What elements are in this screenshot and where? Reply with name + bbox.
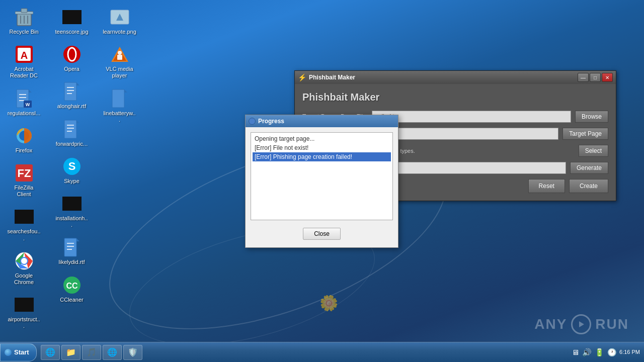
taskbar-explorer[interactable]: 📁 <box>61 345 80 360</box>
svg-marker-52 <box>124 89 127 93</box>
alonghair-label: alonghair.rtf <box>57 103 86 110</box>
desktop-icon-forwardpric[interactable]: forwardpric... <box>53 117 91 149</box>
desktop-icon-firefox[interactable]: Firefox <box>5 124 43 156</box>
explorer-icon: 📁 <box>66 347 76 357</box>
phishbait-app-title: Phishbait Maker <box>302 92 608 103</box>
progress-item-0[interactable]: Opening target page... <box>253 134 391 143</box>
desktop-icon-alonghair[interactable]: alonghair.rtf <box>53 79 91 112</box>
desktop-icon-vlc[interactable]: VLC media player <box>101 42 138 81</box>
svg-text:FZ: FZ <box>17 167 31 179</box>
desktop-icon-regulations[interactable]: W regulationsl... <box>5 86 43 119</box>
firefox-icon <box>14 126 34 146</box>
desktop-icon-chrome[interactable]: Google Chrome <box>5 249 43 288</box>
desktop-icon-airportstruct[interactable]: airportstruct... <box>5 293 43 331</box>
start-button[interactable]: Start <box>0 343 37 361</box>
desktop-icon-learnvote[interactable]: learnvote.png <box>101 5 138 37</box>
target-page-button[interactable]: Target Page <box>562 128 608 140</box>
learnvote-label: learnvote.png <box>103 29 136 35</box>
svg-rect-2 <box>21 9 27 13</box>
recycle-bin-label: Recycle Bin <box>9 29 38 35</box>
linebattery-icon <box>110 88 130 109</box>
phishbait-titlebar[interactable]: ⚡ Phishbait Maker — □ ✕ <box>295 71 616 84</box>
skype-icon: S <box>62 156 82 176</box>
network-icon[interactable]: 🖥 <box>572 348 579 356</box>
progress-titlebar[interactable]: Progress <box>246 115 398 127</box>
taskbar-chrome[interactable]: 🌐 <box>103 345 122 360</box>
create-button[interactable]: Create <box>569 179 608 193</box>
desktop-icons-area: Recycle Bin A Acrobat Reader DC <box>0 0 151 342</box>
firefox-label: Firefox <box>16 147 33 154</box>
searchesfou-label: searchesfou... <box>7 228 41 241</box>
desktop-icon-acrobat[interactable]: A Acrobat Reader DC <box>5 42 43 81</box>
desktop-icon-recycle-bin[interactable]: Recycle Bin <box>5 5 43 37</box>
browse-button[interactable]: Browse <box>575 111 608 123</box>
reset-button[interactable]: Reset <box>528 179 565 193</box>
ccleaner-label: CCleaner <box>60 297 83 303</box>
taskbar-system-icons: 🖥 🔊 🔋 🕐 <box>572 348 617 357</box>
maximize-button[interactable]: □ <box>590 73 601 82</box>
watermark-play-icon <box>571 314 591 334</box>
regulations-label: regulationsl... <box>8 110 40 117</box>
clock-icon[interactable]: 🕐 <box>607 348 617 357</box>
installationh-icon <box>62 194 82 214</box>
searchesfou-icon <box>14 207 34 227</box>
recycle-bin-icon <box>14 7 34 27</box>
svg-marker-53 <box>579 321 584 327</box>
likelydid-icon <box>62 237 82 257</box>
svg-text:CC: CC <box>66 282 78 290</box>
start-label: Start <box>14 348 29 356</box>
acrobat-icon: A <box>14 44 34 64</box>
chrome-label: Google Chrome <box>7 273 41 286</box>
progress-title-text: Progress <box>258 118 395 125</box>
desktop-icon-ccleaner[interactable]: CC CCleaner <box>53 273 91 305</box>
forwardpric-icon <box>62 119 82 139</box>
svg-marker-39 <box>76 238 79 241</box>
taskbar-right: 🖥 🔊 🔋 🕐 6:16 PM <box>568 348 644 357</box>
linebattery-label: linebatteryw... <box>103 110 136 123</box>
progress-footer: Close <box>251 225 393 242</box>
ccleaner-icon: CC <box>62 275 82 295</box>
minimize-button[interactable]: — <box>578 73 589 82</box>
battery-icon[interactable]: 🔋 <box>595 348 604 357</box>
desktop-icon-opera[interactable]: Opera <box>53 42 91 74</box>
learnvote-icon <box>110 7 130 27</box>
ie-icon: 🌐 <box>45 347 55 357</box>
taskbar-media[interactable]: 🎵 <box>82 345 101 360</box>
filezilla-label: FileZilla Client <box>7 185 41 198</box>
desktop-icon-filezilla[interactable]: FZ FileZilla Client <box>5 161 43 200</box>
phishbait-title-icon: ⚡ <box>298 73 306 81</box>
svg-rect-31 <box>64 120 76 138</box>
page-file-input[interactable] <box>372 111 571 123</box>
svg-point-50 <box>118 51 122 55</box>
media-icon: 🎵 <box>87 347 97 357</box>
select-button[interactable]: Select <box>579 145 608 157</box>
airportstruct-icon <box>14 295 34 315</box>
likelydid-label: likelydid.rtf <box>59 259 85 265</box>
svg-rect-49 <box>117 55 122 60</box>
chrome-icon <box>14 251 34 271</box>
progress-item-2[interactable]: [Error] Phishing page creation failed! <box>253 152 391 161</box>
progress-close-button[interactable]: Close <box>303 228 341 240</box>
progress-list: Opening target page... [Error] File not … <box>251 132 393 220</box>
desktop-icon-installationh[interactable]: installationh... <box>53 192 91 230</box>
desktop-icon-searchesfou[interactable]: searchesfou... <box>5 205 43 243</box>
taskbar-ie[interactable]: 🌐 <box>41 345 60 360</box>
svg-point-23 <box>21 258 27 264</box>
svg-marker-32 <box>76 120 79 123</box>
svg-rect-26 <box>64 82 76 101</box>
desktop-icon-linebattery[interactable]: linebatteryw... <box>101 86 138 125</box>
desktop-icon-skype[interactable]: S Skype <box>53 154 91 187</box>
volume-icon[interactable]: 🔊 <box>582 348 592 357</box>
progress-item-1[interactable]: [Error] File not exist! <box>253 143 391 152</box>
desktop-icon-likelydid[interactable]: likelydid.rtf <box>53 235 91 267</box>
svg-text:A: A <box>20 50 27 61</box>
taskbar-shield[interactable]: 🛡️ <box>123 345 142 360</box>
close-button[interactable]: ✕ <box>602 73 613 82</box>
airportstruct-label: airportstruct... <box>7 316 41 329</box>
filezilla-icon: FZ <box>14 163 34 183</box>
taskbar-time: 6:16 PM <box>619 348 640 355</box>
generate-button[interactable]: Generate <box>570 162 608 174</box>
desktop-icon-teenscore[interactable]: teenscore.jpg <box>53 5 91 37</box>
teenscore-label: teenscore.jpg <box>55 29 88 35</box>
alonghair-icon <box>62 81 82 102</box>
